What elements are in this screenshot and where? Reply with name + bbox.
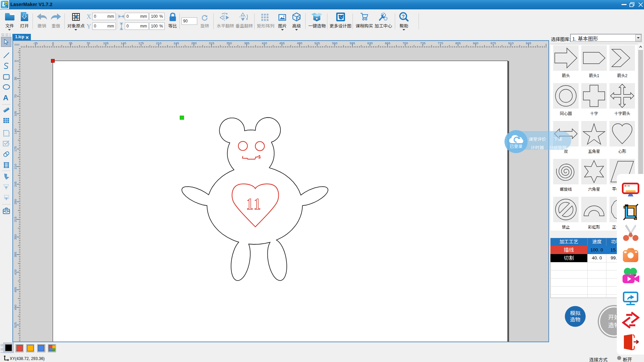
svg-text:0: 0 — [52, 41, 54, 45]
svg-text:70: 70 — [13, 95, 17, 98]
svg-text:315: 315 — [13, 217, 17, 222]
svg-text:-35: -35 — [33, 41, 38, 45]
svg-text:525: 525 — [13, 322, 17, 328]
svg-text:210: 210 — [156, 41, 161, 45]
svg-text:315: 315 — [209, 41, 214, 45]
svg-text:280: 280 — [13, 199, 17, 204]
svg-text:840: 840 — [473, 41, 478, 45]
svg-text:700: 700 — [402, 41, 408, 45]
svg-text:210: 210 — [13, 164, 17, 169]
svg-text:455: 455 — [13, 287, 17, 293]
svg-text:630: 630 — [367, 41, 373, 45]
svg-text:490: 490 — [13, 305, 17, 310]
svg-text:70: 70 — [87, 41, 90, 45]
svg-text:595: 595 — [350, 41, 355, 45]
svg-text:140: 140 — [121, 41, 126, 45]
svg-text:175: 175 — [139, 41, 144, 45]
svg-text:385: 385 — [13, 252, 17, 257]
svg-text:?: ? — [401, 13, 405, 19]
svg-text:770: 770 — [438, 41, 443, 45]
svg-text:245: 245 — [13, 182, 17, 187]
svg-text:805: 805 — [455, 41, 461, 45]
svg-text:350: 350 — [13, 234, 17, 240]
svg-text:35: 35 — [13, 77, 17, 80]
svg-text:LaserMaker: LaserMaker — [2, 7, 8, 8]
svg-text:945: 945 — [526, 41, 531, 45]
svg-text:735: 735 — [420, 41, 426, 45]
svg-text:420: 420 — [13, 269, 17, 275]
svg-text:140: 140 — [13, 129, 17, 134]
svg-text:420: 420 — [262, 41, 267, 45]
svg-text:35: 35 — [69, 41, 72, 45]
svg-text:910: 910 — [508, 41, 514, 45]
svg-text:280: 280 — [191, 41, 197, 45]
svg-text:105: 105 — [13, 111, 17, 117]
svg-text:525: 525 — [315, 41, 320, 45]
svg-text:175: 175 — [13, 146, 17, 152]
svg-text:245: 245 — [174, 41, 179, 45]
svg-text:105: 105 — [103, 41, 109, 45]
svg-text:0: 0 — [13, 60, 17, 62]
svg-text:350: 350 — [226, 41, 232, 45]
svg-text:385: 385 — [244, 41, 250, 45]
svg-text:490: 490 — [297, 41, 302, 45]
svg-text:455: 455 — [279, 41, 285, 45]
svg-text:560: 560 — [332, 41, 337, 45]
svg-text:875: 875 — [491, 41, 496, 45]
svg-text:665: 665 — [385, 41, 390, 45]
